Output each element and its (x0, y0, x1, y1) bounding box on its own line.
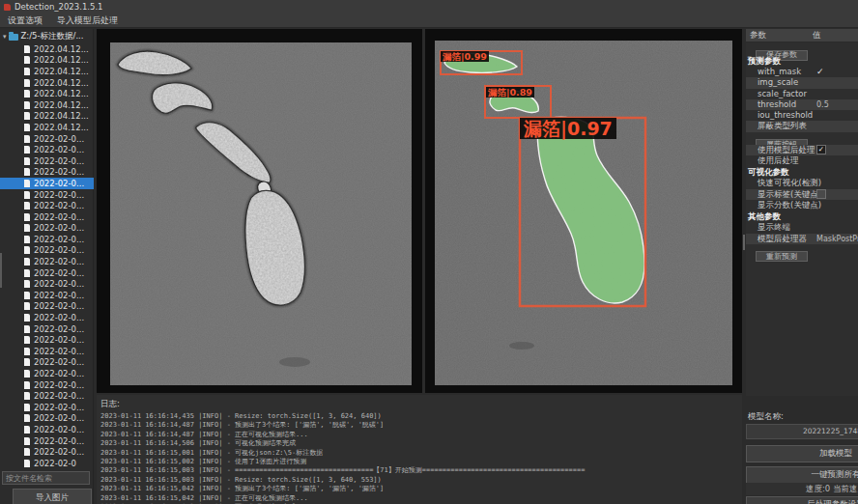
log-line: 2023-01-11 16:16:15,003 |INFO| - Resize:… (100, 476, 742, 485)
tree-root-node[interactable]: ▾ Z:/5-标注数据/... (0, 29, 94, 43)
log-console: 日志: 2023-01-11 16:16:14,435 |INFO| - Res… (97, 395, 742, 504)
right-image-canvas (425, 29, 742, 393)
tree-item[interactable]: 2022-02-0... (0, 278, 94, 290)
tree-item[interactable]: 2022.04.12... (0, 66, 94, 77)
log-line: 2023-01-11 16:16:15,001 |INFO| - 可视化json… (100, 449, 742, 458)
log-line: 2023-01-11 16:16:15,042 |INFO| - 正在可视化预测… (100, 494, 742, 503)
param-button[interactable]: 重新预测 (756, 251, 808, 262)
tree-item[interactable]: 2022.04.12... (0, 43, 94, 55)
file-icon (24, 280, 30, 288)
tree-item[interactable]: 2022.04.12... (0, 111, 94, 123)
tree-item[interactable]: 2022-02-0 (0, 458, 94, 469)
panel-splitter-handle[interactable] (743, 235, 745, 250)
file-icon (24, 325, 30, 333)
param-button-row: 屏蔽按钮 (746, 132, 858, 145)
file-icon (24, 68, 30, 75)
tree-item[interactable]: 2022-02-0... (0, 379, 94, 391)
param-row[interactable]: 屏蔽类型列表 (746, 121, 858, 131)
log-lines: 2023-01-11 16:16:14,435 |INFO| - Resize:… (100, 412, 742, 504)
right-image-panel[interactable]: 漏箔|0.99 漏箔|0.89 漏箔|0.97 (425, 29, 742, 393)
search-input[interactable] (2, 471, 90, 485)
log-title: 日志: (100, 399, 742, 410)
param-value: 0.5 (816, 99, 829, 110)
tree-item[interactable]: 2022-02-0... (0, 144, 94, 155)
param-row[interactable]: threshold0.5 (746, 99, 858, 110)
param-row[interactable]: 显示终端 (746, 222, 858, 233)
sidebar-scrollbar-thumb[interactable] (0, 253, 2, 288)
param-row[interactable]: with_mask✓ (746, 67, 858, 77)
file-icon (24, 213, 30, 221)
tree-item[interactable]: 2022-02-0... (0, 223, 94, 235)
param-row[interactable]: 模型后处理器MaskPostPro (746, 234, 858, 244)
checkbox-empty-icon[interactable] (816, 189, 826, 199)
param-value: ✓ (816, 67, 824, 77)
tree-expander-icon[interactable]: ▾ (3, 33, 7, 41)
checkbox-checked-icon[interactable]: ✓ (816, 145, 826, 154)
menu-item-settings[interactable]: 设置选项 (8, 14, 43, 27)
left-image-panel[interactable] (97, 29, 422, 393)
param-row[interactable]: 显示分数(关键点) (746, 200, 858, 210)
predict-all-button[interactable]: 一键预测所有 (746, 466, 858, 484)
postprocess-settings-button[interactable]: 后处理参数设置 (746, 496, 858, 504)
param-row[interactable]: scale_factor (746, 89, 858, 99)
tree-item[interactable]: 2022-02-0... (0, 290, 94, 301)
tree-item[interactable]: 2022-02-0... (0, 368, 94, 379)
tree-item[interactable]: 2022-02-0... (0, 446, 94, 458)
tree-item[interactable]: 2022.04.12... (0, 77, 94, 89)
log-line: 2023-01-11 16:16:15,002 |INFO| - 使用了1张图片… (100, 458, 742, 466)
detection-label: 漏箔|0.89 (486, 87, 534, 98)
import-image-button[interactable]: 导入图片 (13, 489, 92, 504)
tree-item[interactable]: 2022-02-0... (0, 234, 94, 245)
tree-item[interactable]: 2022-02-0... (0, 390, 94, 402)
tree-item[interactable]: 2022-02-0... (0, 323, 94, 335)
window-title: Detection_2023.1.5.1 (14, 2, 103, 12)
tree-item[interactable]: 2022-02-0... (0, 301, 94, 313)
file-icon (24, 45, 30, 53)
tree-item[interactable]: 2022.04.12... (0, 122, 94, 133)
param-row[interactable]: iou_threshold (746, 110, 858, 121)
tree-item[interactable]: 2022-02-0... (0, 211, 94, 223)
file-icon (24, 358, 30, 366)
file-icon (24, 336, 30, 344)
model-name-field[interactable]: 20221225_174813 (746, 424, 858, 439)
tree-item[interactable]: 2022-02-0... (0, 357, 94, 369)
tree-item[interactable]: 2022-02-0... (0, 155, 94, 167)
tree-item[interactable]: 2022-02-0... (0, 312, 94, 323)
load-model-button[interactable]: 加载模型 (746, 445, 858, 462)
log-line: 2023-01-11 16:16:14,487 |INFO| - 正在可视化预测… (100, 431, 742, 439)
param-name: 显示终端 (746, 222, 790, 232)
file-icon (24, 236, 30, 243)
tree-item[interactable]: 2022-02-0... (0, 402, 94, 413)
detection-label: 漏箔|0.99 (441, 51, 489, 62)
tree-item[interactable]: 2022-02-0... (0, 435, 94, 447)
tree-item[interactable]: 2022-02-0... (0, 133, 94, 145)
tree-item[interactable]: 2022-02-0... (0, 167, 94, 179)
param-row[interactable]: 使用模型后处理✓ (746, 145, 858, 155)
tree-item[interactable]: 2022-02-0... (0, 424, 94, 435)
param-name: scale_factor (746, 89, 807, 98)
check-icon: ✓ (816, 67, 824, 76)
tree-item[interactable]: 2022-02-0... (0, 334, 94, 346)
tree-item[interactable]: 2022-02-0... (0, 256, 94, 267)
param-row[interactable]: img_scale (746, 77, 858, 88)
tree-item[interactable]: 2022-02-0... (0, 346, 94, 357)
tree-item[interactable]: 2022-02-0... (0, 189, 94, 201)
tree-item[interactable]: 2022.04.12... (0, 88, 94, 99)
tree-item[interactable]: 2022-02-0... (0, 200, 94, 211)
param-row[interactable]: 快速可视化(检测) (746, 178, 858, 188)
menu-item-import-postprocess[interactable]: 导入模型后处理 (57, 14, 118, 27)
tree-item[interactable]: 2022-02-0... (0, 178, 94, 189)
file-icon (24, 168, 30, 176)
file-icon (24, 191, 30, 199)
tree-item[interactable]: 2022-02-0... (0, 245, 94, 257)
tree-item[interactable]: 2022-02-0... (0, 413, 94, 425)
param-row[interactable]: 显示标签(关键点) (746, 189, 858, 200)
tree-item[interactable]: 2022-02-0... (0, 267, 94, 279)
menu-bar: 设置选项 导入模型后处理 (0, 14, 858, 28)
tree-item[interactable]: 2022.04.12... (0, 55, 94, 67)
param-row[interactable]: 使用后处理 (746, 155, 858, 166)
file-icon (24, 135, 30, 143)
tree-item[interactable]: 2022.04.12... (0, 99, 94, 111)
file-tree[interactable]: ▾ Z:/5-标注数据/... 2022.04.12...2022.04.12.… (0, 29, 94, 469)
file-icon (24, 269, 30, 277)
